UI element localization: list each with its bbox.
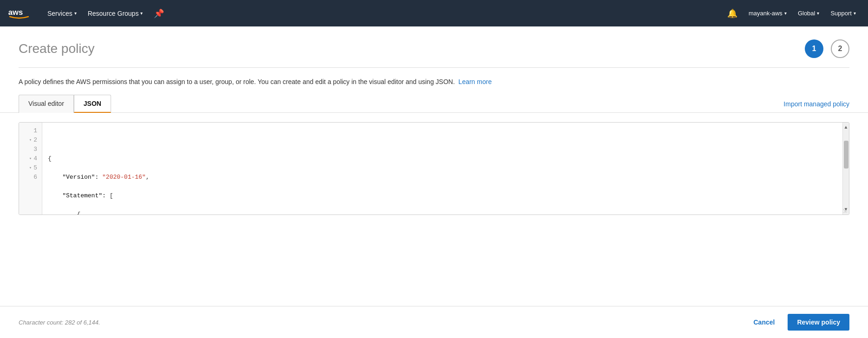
svg-text:aws: aws	[8, 8, 23, 17]
services-chevron-icon: ▾	[74, 11, 77, 16]
page-header: Create policy 1 2	[0, 26, 868, 67]
aws-logo[interactable]: aws	[7, 6, 31, 20]
line-num-4: ▾ 4	[19, 154, 42, 163]
user-chevron-icon: ▾	[784, 11, 787, 16]
page-title: Create policy	[19, 41, 94, 56]
services-label: Services	[47, 10, 72, 17]
page-content: Create policy 1 2 A policy defines the A…	[0, 26, 868, 338]
collapse-arrow-5[interactable]: ▾	[29, 163, 32, 173]
line-num-3: 3	[19, 145, 42, 154]
collapse-arrow-2[interactable]: ▾	[29, 136, 32, 145]
notifications-bell-icon[interactable]: 🔔	[723, 0, 742, 26]
navigation-bar: aws Services ▾ Resource Groups ▾ 📌 🔔 may…	[0, 0, 868, 26]
bottom-bar: Character count: 282 of 6,144. Cancel Re…	[0, 306, 868, 338]
line-num-2: ▾ 2	[19, 136, 42, 145]
code-line-5: {	[48, 210, 837, 214]
region-label: Global	[798, 10, 815, 17]
scrollbar-arrow-up[interactable]: ▲	[844, 123, 848, 131]
step-2-indicator: 2	[831, 39, 849, 58]
line-num-5: ▾ 5	[19, 163, 42, 173]
tab-visual-editor[interactable]: Visual editor	[19, 95, 74, 113]
description-text: A policy defines the AWS permissions tha…	[19, 78, 455, 85]
editor-scrollbar[interactable]: ▲ ▼	[842, 123, 849, 214]
tabs-left: Visual editor JSON	[19, 94, 111, 112]
services-menu[interactable]: Services ▾	[42, 0, 82, 26]
code-editor[interactable]: { "Version": "2020-01-16", "Statement": …	[42, 123, 842, 214]
scrollbar-thumb[interactable]	[844, 141, 848, 169]
import-managed-policy-link[interactable]: Import managed policy	[783, 100, 849, 112]
pin-icon[interactable]: 📌	[148, 0, 170, 26]
support-menu[interactable]: Support ▾	[826, 0, 861, 26]
line-num-1: 1	[19, 126, 42, 136]
collapse-arrow-4[interactable]: ▾	[29, 154, 32, 163]
tab-json[interactable]: JSON	[74, 95, 111, 113]
tabs-row: Visual editor JSON Import managed policy	[0, 94, 868, 113]
code-line-2: {	[48, 154, 837, 163]
bottom-buttons: Cancel Review policy	[746, 314, 849, 331]
code-line-1	[48, 136, 837, 145]
code-line-3: "Version": "2020-01-16",	[48, 173, 837, 182]
resource-groups-label: Resource Groups	[88, 10, 139, 17]
review-policy-button[interactable]: Review policy	[788, 314, 849, 331]
resource-groups-chevron-icon: ▾	[140, 11, 143, 16]
line-numbers: 1 ▾ 2 3 ▾ 4 ▾ 5 6	[19, 123, 42, 214]
cancel-button[interactable]: Cancel	[746, 315, 782, 330]
resize-handle-icon[interactable]: ⇲	[842, 208, 848, 214]
support-chevron-icon: ▾	[854, 11, 856, 16]
code-line-4: "Statement": [	[48, 191, 837, 201]
nav-right-section: 🔔 mayank-aws ▾ Global ▾ Support ▾	[723, 0, 861, 26]
character-count: Character count: 282 of 6,144.	[19, 319, 100, 326]
resource-groups-menu[interactable]: Resource Groups ▾	[82, 0, 149, 26]
user-menu[interactable]: mayank-aws ▾	[744, 0, 791, 26]
step-1-indicator: 1	[805, 39, 823, 58]
region-menu[interactable]: Global ▾	[793, 0, 824, 26]
step-indicators: 1 2	[805, 39, 849, 58]
description-row: A policy defines the AWS permissions tha…	[0, 68, 868, 94]
learn-more-link[interactable]: Learn more	[459, 78, 492, 85]
user-label: mayank-aws	[749, 10, 783, 17]
support-label: Support	[830, 10, 852, 17]
line-num-6: 6	[19, 173, 42, 182]
region-chevron-icon: ▾	[817, 11, 819, 16]
json-editor[interactable]: 1 ▾ 2 3 ▾ 4 ▾ 5 6 { "Version": "2020-01-…	[19, 122, 849, 215]
